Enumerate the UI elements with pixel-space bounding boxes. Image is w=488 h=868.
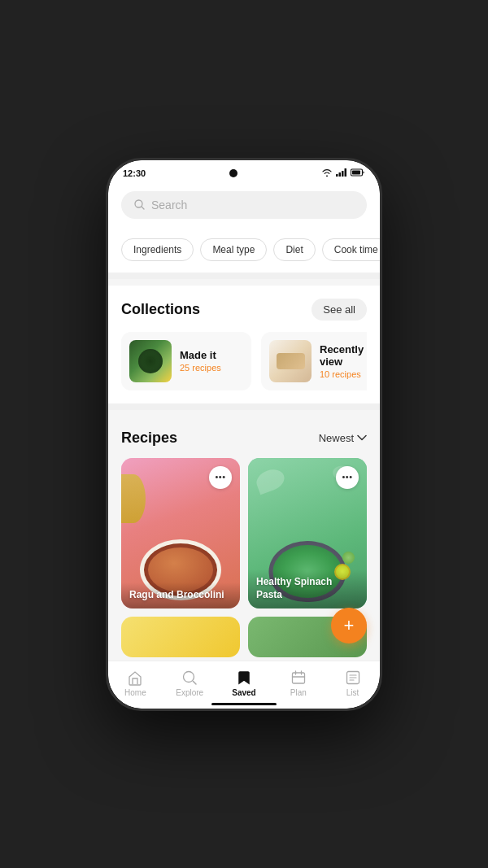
recipe-partial-yellow[interactable] [121, 617, 240, 657]
fab-plus-icon: + [344, 617, 355, 635]
status-time: 12:30 [123, 168, 146, 178]
collection-recently-viewed[interactable]: Recently view 10 recipes [261, 332, 367, 390]
status-bar: 12:30 [108, 160, 380, 183]
chip-cook-time[interactable]: Cook time [322, 238, 380, 261]
search-bar[interactable]: Search [121, 191, 367, 219]
made-it-count: 25 recipes [180, 363, 243, 373]
list-icon [345, 670, 361, 686]
divider-1 [108, 273, 380, 279]
spinach-name: Healthy Spinach Pasta [256, 576, 359, 601]
see-all-button[interactable]: See all [312, 299, 367, 321]
spinach-more-button[interactable]: ••• [336, 466, 359, 489]
wifi-icon [321, 168, 333, 178]
plan-icon [290, 670, 307, 686]
nav-saved-label: Saved [232, 688, 255, 697]
front-camera [229, 169, 237, 177]
recently-viewed-count: 10 recipes [320, 369, 367, 379]
recently-viewed-image [269, 340, 312, 382]
battery-icon [351, 168, 365, 178]
recipes-header: Recipes Newest [121, 430, 367, 447]
sort-label: Newest [319, 432, 354, 444]
recipe-row-partial [121, 617, 367, 657]
ragu-name: Ragu and Broccolini [129, 589, 232, 602]
collections-section: Collections See all Made it 25 recipes [108, 286, 380, 403]
svg-rect-0 [336, 174, 338, 177]
nav-explore[interactable]: Explore [163, 668, 217, 699]
recipes-grid: ••• Ragu and Broccolini [121, 458, 367, 608]
nav-home-label: Home [124, 688, 146, 697]
phone-frame: 12:30 [106, 158, 382, 711]
signal-icon [336, 168, 347, 178]
made-it-info: Made it 25 recipes [180, 349, 243, 373]
recently-viewed-name: Recently view [320, 343, 367, 368]
collections-title: Collections [121, 301, 200, 318]
chevron-down-icon [357, 434, 367, 441]
spinach-label: Healthy Spinach Pasta [248, 569, 367, 608]
scroll-content[interactable]: Search Ingredients Meal type Diet Cook t… [108, 183, 380, 661]
svg-rect-8 [292, 673, 304, 683]
search-placeholder: Search [151, 198, 187, 212]
svg-rect-1 [338, 172, 341, 177]
made-it-name: Made it [180, 349, 243, 361]
bottom-indicator [211, 703, 277, 705]
recently-viewed-info: Recently view 10 recipes [320, 343, 367, 379]
svg-rect-3 [344, 168, 346, 177]
nav-plan[interactable]: Plan [271, 668, 325, 699]
search-icon [134, 199, 145, 210]
collection-made-it[interactable]: Made it 25 recipes [121, 332, 251, 390]
sort-button[interactable]: Newest [319, 432, 367, 444]
phone-screen: 12:30 [108, 160, 380, 709]
saved-icon [236, 670, 252, 686]
chip-diet[interactable]: Diet [273, 238, 315, 261]
nav-home[interactable]: Home [108, 668, 163, 699]
chip-meal-type[interactable]: Meal type [200, 238, 267, 261]
search-section: Search [108, 183, 380, 230]
made-it-image [129, 340, 172, 382]
svg-point-7 [184, 671, 194, 682]
nav-saved[interactable]: Saved [217, 668, 272, 699]
more-dots-icon-2: ••• [342, 473, 352, 482]
ragu-more-button[interactable]: ••• [209, 466, 232, 489]
explore-icon [181, 670, 198, 686]
collections-header: Collections See all [121, 299, 367, 321]
svg-rect-2 [342, 171, 344, 177]
home-icon [127, 670, 143, 686]
filter-chips: Ingredients Meal type Diet Cook time [108, 230, 380, 273]
collections-row: Made it 25 recipes Recently view 10 reci… [121, 332, 367, 390]
bottom-navigation: Home Explore Saved Pla [108, 661, 380, 709]
recipes-title: Recipes [121, 430, 177, 447]
nav-list[interactable]: List [325, 668, 380, 699]
nav-list-label: List [346, 688, 359, 697]
recipe-spinach[interactable]: ••• Healthy Spinach Pasta [248, 458, 367, 608]
nav-plan-label: Plan [290, 688, 307, 697]
add-recipe-fab[interactable]: + [331, 608, 367, 643]
divider-2 [108, 403, 380, 410]
recipe-ragu[interactable]: ••• Ragu and Broccolini [121, 458, 240, 608]
status-icons [321, 168, 365, 178]
svg-rect-5 [352, 170, 360, 174]
nav-explore-label: Explore [176, 688, 203, 697]
more-dots-icon: ••• [215, 473, 225, 482]
ragu-label: Ragu and Broccolini [121, 582, 240, 608]
chip-ingredients[interactable]: Ingredients [121, 238, 194, 261]
